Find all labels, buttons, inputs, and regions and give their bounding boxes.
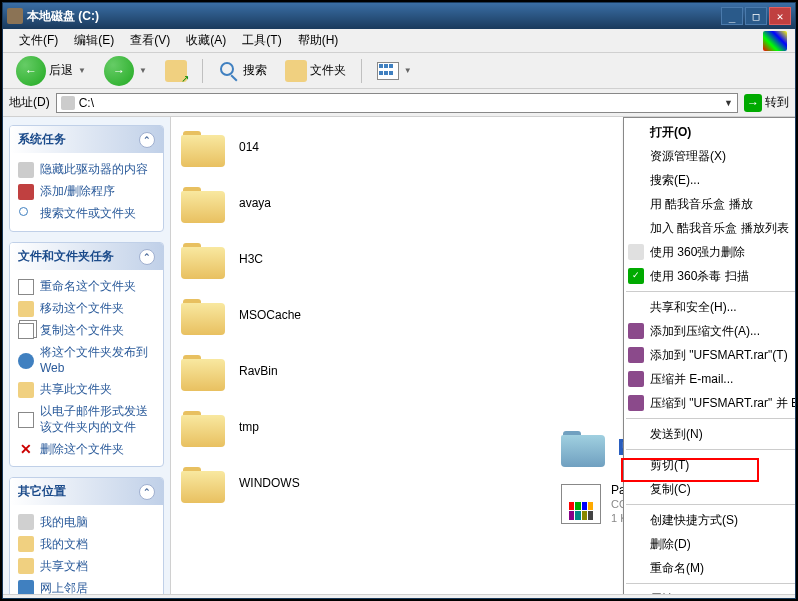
sidebar-item-share[interactable]: 共享此文件夹 — [18, 379, 155, 401]
maximize-button[interactable]: □ — [745, 7, 767, 25]
trash-icon — [628, 244, 644, 260]
ctx-kuwo-add[interactable]: 加入 酷我音乐盒 播放列表 — [624, 216, 795, 240]
sidebar-item-rename[interactable]: 重命名这个文件夹 — [18, 276, 155, 298]
folder-item[interactable]: RavBin — [181, 351, 301, 391]
add-remove-icon — [18, 184, 34, 200]
ctx-search[interactable]: 搜索(E)... — [624, 168, 795, 192]
ctx-explorer[interactable]: 资源管理器(X) — [624, 144, 795, 168]
search-label: 搜索 — [243, 62, 267, 79]
folder-label: 014 — [239, 140, 259, 154]
sidebar-item-add-remove[interactable]: 添加/删除程序 — [18, 181, 155, 203]
ctx-separator — [626, 504, 795, 505]
ctx-virus-scan[interactable]: ✓使用 360杀毒 扫描 — [624, 264, 795, 288]
forward-dropdown-icon: ▼ — [139, 66, 147, 75]
shield-icon: ✓ — [628, 268, 644, 284]
folder-label: H3C — [239, 252, 263, 266]
sidebar-item-my-docs[interactable]: 我的文档 — [18, 533, 155, 555]
sidebar-item-delete[interactable]: ✕删除这个文件夹 — [18, 438, 155, 460]
toolbar-separator — [202, 59, 203, 83]
statusbar — [3, 594, 795, 598]
ctx-send-to[interactable]: 发送到(N) — [624, 422, 795, 446]
search-button[interactable]: 搜索 — [211, 57, 274, 85]
other-places-header[interactable]: 其它位置 ⌃ — [10, 478, 163, 505]
menu-view[interactable]: 查看(V) — [122, 29, 178, 52]
ctx-separator — [626, 291, 795, 292]
ctx-kuwo-play[interactable]: 用 酷我音乐盒 播放 — [624, 192, 795, 216]
folder-icon — [561, 427, 609, 467]
folder-icon — [181, 463, 229, 503]
up-button[interactable] — [158, 57, 194, 85]
up-folder-icon — [165, 60, 187, 82]
ctx-rename[interactable]: 重命名(M) — [624, 556, 795, 580]
address-dropdown-icon[interactable]: ▼ — [724, 98, 733, 108]
folder-icon — [181, 183, 229, 223]
content-area: 系统任务 ⌃ 隐藏此驱动器的内容 添加/删除程序 搜索文件或文件夹 文件和文件夹… — [3, 117, 795, 594]
ctx-create-shortcut[interactable]: 创建快捷方式(S) — [624, 508, 795, 532]
address-input-wrap[interactable]: ▼ — [56, 93, 738, 113]
ctx-force-delete[interactable]: 使用 360强力删除 — [624, 240, 795, 264]
file-tasks-header[interactable]: 文件和文件夹任务 ⌃ — [10, 243, 163, 270]
folder-item[interactable]: tmp — [181, 407, 301, 447]
file-list[interactable]: 014 avaya H3C MSOCache RavBin tmp WINDOW… — [171, 117, 795, 594]
folder-label: WINDOWS — [239, 476, 300, 490]
ctx-share-security[interactable]: 共享和安全(H)... — [624, 295, 795, 319]
views-button[interactable]: ▼ — [370, 59, 419, 83]
folder-icon — [181, 127, 229, 167]
shared-docs-icon — [18, 558, 34, 574]
ctx-add-compress[interactable]: 添加到压缩文件(A)... — [624, 319, 795, 343]
folder-icon — [181, 351, 229, 391]
ctx-add-rar[interactable]: 添加到 "UFSMART.rar"(T) — [624, 343, 795, 367]
go-label: 转到 — [765, 94, 789, 111]
sidebar-item-my-computer[interactable]: 我的电脑 — [18, 511, 155, 533]
ctx-delete[interactable]: 删除(D) — [624, 532, 795, 556]
sidebar-item-hide-drive[interactable]: 隐藏此驱动器的内容 — [18, 159, 155, 181]
sidebar-item-label: 网上邻居 — [40, 581, 88, 594]
menu-tools[interactable]: 工具(T) — [234, 29, 289, 52]
forward-button[interactable]: → ▼ — [97, 53, 154, 89]
menubar: 文件(F) 编辑(E) 查看(V) 收藏(A) 工具(T) 帮助(H) — [3, 29, 795, 53]
sidebar-item-label: 添加/删除程序 — [40, 184, 115, 200]
sidebar-item-search-files[interactable]: 搜索文件或文件夹 — [18, 203, 155, 225]
sidebar-item-shared-docs[interactable]: 共享文档 — [18, 555, 155, 577]
computer-icon — [18, 514, 34, 530]
folder-item[interactable]: MSOCache — [181, 295, 301, 335]
address-input[interactable] — [79, 96, 720, 110]
ctx-compress-email[interactable]: 压缩并 E-mail... — [624, 367, 795, 391]
folder-item[interactable]: WINDOWS — [181, 463, 301, 503]
folder-label: avaya — [239, 196, 271, 210]
folder-label: RavBin — [239, 364, 278, 378]
ctx-open[interactable]: 打开(O) — [624, 120, 795, 144]
folder-item[interactable]: 014 — [181, 127, 301, 167]
menu-help[interactable]: 帮助(H) — [290, 29, 347, 52]
ctx-copy[interactable]: 复制(C) — [624, 477, 795, 501]
ctx-properties[interactable]: 属性(R) — [624, 587, 795, 594]
folders-button[interactable]: 文件夹 — [278, 57, 353, 85]
menu-edit[interactable]: 编辑(E) — [66, 29, 122, 52]
email-icon — [18, 412, 34, 428]
minimize-button[interactable]: _ — [721, 7, 743, 25]
menu-file[interactable]: 文件(F) — [11, 29, 66, 52]
rar-icon — [628, 371, 644, 387]
delete-icon: ✕ — [18, 441, 34, 457]
sidebar-item-move[interactable]: 移动这个文件夹 — [18, 298, 155, 320]
menu-favorites[interactable]: 收藏(A) — [178, 29, 234, 52]
move-icon — [18, 301, 34, 317]
system-tasks-header[interactable]: 系统任务 ⌃ — [10, 126, 163, 153]
sidebar: 系统任务 ⌃ 隐藏此驱动器的内容 添加/删除程序 搜索文件或文件夹 文件和文件夹… — [3, 117, 171, 594]
sidebar-item-publish[interactable]: 将这个文件夹发布到 Web — [18, 342, 155, 379]
windows-logo-icon — [763, 31, 787, 51]
collapse-icon: ⌃ — [139, 484, 155, 500]
folder-item[interactable]: H3C — [181, 239, 301, 279]
back-button[interactable]: ← 后退 ▼ — [9, 53, 93, 89]
folder-item[interactable]: avaya — [181, 183, 301, 223]
close-button[interactable]: ✕ — [769, 7, 791, 25]
ctx-cut[interactable]: 剪切(T) — [624, 453, 795, 477]
back-arrow-icon: ← — [16, 56, 46, 86]
sidebar-item-label: 共享此文件夹 — [40, 382, 112, 398]
sidebar-item-network[interactable]: 网上邻居 — [18, 577, 155, 594]
go-button[interactable]: → 转到 — [744, 94, 789, 112]
sidebar-item-copy[interactable]: 复制这个文件夹 — [18, 320, 155, 342]
sidebar-item-email[interactable]: 以电子邮件形式发送该文件夹内的文件 — [18, 401, 155, 438]
ctx-separator — [626, 449, 795, 450]
ctx-compress-rar-email[interactable]: 压缩到 "UFSMART.rar" 并 E-mail — [624, 391, 795, 415]
